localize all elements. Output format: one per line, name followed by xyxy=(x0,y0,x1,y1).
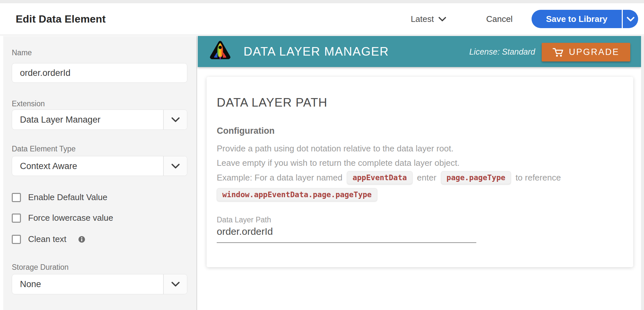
chevron-down-icon xyxy=(627,17,635,22)
data-layer-path-card: DATA LAYER PATH Configuration Provide a … xyxy=(207,77,633,267)
header-bar: Edit Data Element Latest Cancel Save to … xyxy=(0,3,644,35)
help-line-2: Leave empty if you wish to return the co… xyxy=(217,158,460,168)
code-chip: window.appEventData.page.pageType xyxy=(217,188,377,201)
name-label: Name xyxy=(12,48,32,57)
storage-duration-label: Storage Duration xyxy=(12,263,69,272)
save-split-button: Save to Library xyxy=(532,10,638,28)
extension-view: DATA LAYER MANAGER License: Standard UPG… xyxy=(198,36,641,310)
extension-select[interactable]: Data Layer Manager xyxy=(12,110,187,130)
data-layer-path-label: Data Layer Path xyxy=(217,215,271,224)
version-label: Latest xyxy=(411,14,434,24)
clean-text-checkbox[interactable] xyxy=(12,235,21,244)
storage-duration-select[interactable]: None xyxy=(12,274,187,294)
save-options-caret-button[interactable] xyxy=(623,10,638,28)
name-input[interactable] xyxy=(12,63,187,83)
example-prefix: Example: For a data layer named xyxy=(217,173,342,183)
save-to-library-button[interactable]: Save to Library xyxy=(532,10,622,28)
extension-label: Extension xyxy=(12,99,45,108)
storage-duration-value: None xyxy=(20,279,41,289)
code-chip: appEventData xyxy=(347,171,412,184)
header-actions: Latest Cancel Save to Library xyxy=(411,10,638,28)
cancel-button[interactable]: Cancel xyxy=(486,14,513,24)
example-suffix: to reference xyxy=(516,173,561,183)
data-layer-manager-logo-icon xyxy=(209,41,231,62)
clean-text-row: Clean text xyxy=(12,234,85,244)
upgrade-label: UPGRADE xyxy=(569,47,619,57)
extension-title: DATA LAYER MANAGER xyxy=(244,45,389,59)
license-text: License: Standard xyxy=(469,47,535,56)
chevron-down-icon[interactable] xyxy=(163,110,187,129)
enable-default-value-label: Enable Default Value xyxy=(28,192,107,202)
data-element-type-label: Data Element Type xyxy=(12,145,76,153)
data-layer-path-input[interactable] xyxy=(217,226,476,243)
edit-data-element-screen: Edit Data Element Latest Cancel Save to … xyxy=(0,0,644,310)
info-icon[interactable] xyxy=(78,236,85,243)
clean-text-label: Clean text xyxy=(28,234,66,244)
force-lowercase-row: Force lowercase value xyxy=(12,213,113,223)
chevron-down-icon[interactable] xyxy=(163,274,187,294)
force-lowercase-label: Force lowercase value xyxy=(28,213,113,223)
code-chip: page.pageType xyxy=(441,171,511,184)
example-middle: enter xyxy=(417,173,436,183)
example-line-2: window.appEventData.page.pageType xyxy=(217,188,377,201)
extension-banner: DATA LAYER MANAGER License: Standard UPG… xyxy=(198,36,641,67)
force-lowercase-checkbox[interactable] xyxy=(12,214,21,223)
chevron-down-icon[interactable] xyxy=(163,156,187,176)
page-top-strip xyxy=(0,0,644,3)
data-element-type-select[interactable]: Context Aware xyxy=(12,156,187,176)
version-dropdown[interactable]: Latest xyxy=(411,14,446,24)
example-line: Example: For a data layer named appEvent… xyxy=(217,171,561,184)
enable-default-value-checkbox[interactable] xyxy=(12,193,21,202)
upgrade-button[interactable]: UPGRADE xyxy=(542,43,630,61)
configuration-heading: Configuration xyxy=(217,126,275,136)
page-right-strip xyxy=(641,36,644,310)
extension-value: Data Layer Manager xyxy=(20,115,100,125)
page-title: Edit Data Element xyxy=(16,13,106,25)
data-element-type-value: Context Aware xyxy=(20,161,77,171)
card-title: DATA LAYER PATH xyxy=(217,96,327,110)
enable-default-value-row: Enable Default Value xyxy=(12,192,107,202)
chevron-down-icon xyxy=(438,17,446,22)
help-line-1: Provide a path using dot notation relati… xyxy=(217,144,453,154)
settings-sidebar: Name Extension Data Layer Manager Data E… xyxy=(3,36,197,310)
cart-icon xyxy=(552,47,564,57)
